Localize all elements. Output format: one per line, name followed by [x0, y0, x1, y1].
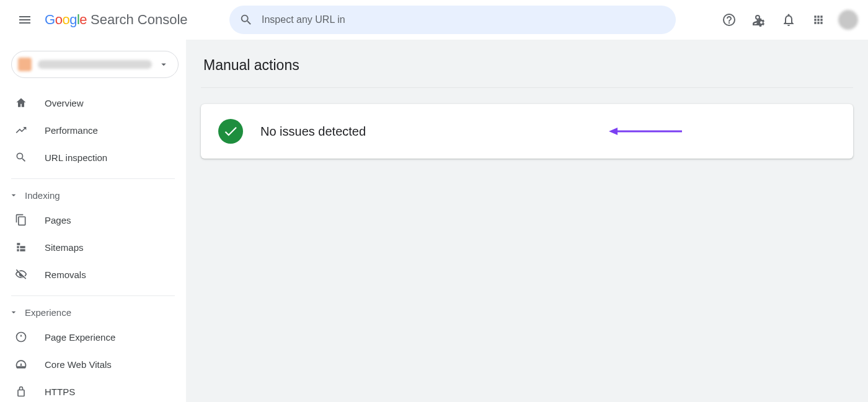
sidebar: Overview Performance URL inspection Inde…	[0, 40, 186, 402]
main-content: Manual actions No issues detected	[186, 40, 868, 402]
user-gear-icon	[751, 12, 766, 27]
sidebar-item-label: Sitemaps	[45, 242, 84, 253]
sidebar-item-https[interactable]: HTTPS	[0, 378, 186, 402]
sidebar-item-pages[interactable]: Pages	[0, 206, 186, 234]
sidebar-item-label: Overview	[45, 98, 84, 108]
notifications-button[interactable]	[776, 7, 801, 32]
app-header: Google Search Console	[0, 0, 868, 40]
sidebar-item-url-inspection[interactable]: URL inspection	[0, 144, 186, 171]
sidebar-group-label: Indexing	[25, 190, 60, 201]
divider	[11, 178, 175, 179]
search-icon	[15, 151, 29, 164]
divider	[11, 295, 175, 296]
svg-marker-1	[609, 128, 618, 135]
sidebar-item-label: URL inspection	[45, 152, 107, 163]
sidebar-item-core-web-vitals[interactable]: Core Web Vitals	[0, 351, 186, 378]
account-avatar[interactable]	[838, 10, 858, 30]
app-logo[interactable]: Google Search Console	[45, 12, 224, 28]
search-icon	[239, 13, 253, 27]
home-icon	[15, 97, 29, 109]
speedometer-icon	[15, 358, 29, 370]
help-icon	[722, 12, 737, 27]
sitemap-icon	[15, 241, 29, 253]
sidebar-item-label: Performance	[45, 125, 98, 136]
property-favicon	[18, 58, 32, 71]
pages-icon	[15, 214, 29, 226]
success-check-icon	[218, 119, 243, 144]
sidebar-item-removals[interactable]: Removals	[0, 261, 186, 288]
sidebar-item-sitemaps[interactable]: Sitemaps	[0, 234, 186, 261]
page-title: Manual actions	[201, 40, 853, 88]
apps-grid-icon	[812, 14, 825, 26]
sidebar-group-label: Experience	[25, 307, 71, 318]
trend-icon	[15, 124, 29, 136]
sidebar-item-label: Pages	[45, 215, 71, 225]
sidebar-group-experience[interactable]: Experience	[0, 301, 186, 323]
chevron-down-icon	[9, 307, 20, 317]
chevron-down-icon	[9, 190, 20, 200]
menu-button[interactable]	[10, 5, 40, 35]
sidebar-item-label: Core Web Vitals	[45, 359, 112, 370]
page-experience-icon	[15, 331, 29, 343]
visibility-off-icon	[15, 268, 29, 281]
product-name: Search Console	[91, 12, 188, 28]
sidebar-item-label: Page Experience	[45, 332, 115, 343]
sidebar-item-performance[interactable]: Performance	[0, 116, 186, 144]
chevron-down-icon	[158, 59, 169, 70]
status-card: No issues detected	[201, 104, 853, 159]
help-button[interactable]	[717, 7, 742, 32]
google-wordmark: Google	[45, 12, 87, 28]
url-inspect-search[interactable]	[229, 6, 676, 34]
sidebar-item-label: HTTPS	[45, 387, 75, 397]
status-message: No issues detected	[260, 125, 366, 139]
sidebar-item-page-experience[interactable]: Page Experience	[0, 323, 186, 351]
annotation-arrow	[609, 126, 683, 136]
apps-button[interactable]	[806, 7, 831, 32]
sidebar-group-indexing[interactable]: Indexing	[0, 184, 186, 206]
bell-icon	[781, 12, 796, 27]
header-actions	[702, 7, 858, 32]
url-inspect-input[interactable]	[262, 14, 666, 25]
hamburger-icon	[17, 12, 32, 27]
sidebar-item-label: Removals	[45, 269, 86, 280]
lock-icon	[15, 385, 29, 398]
user-settings-button[interactable]	[746, 7, 771, 32]
property-selector[interactable]	[11, 51, 179, 78]
property-name-redacted	[38, 60, 152, 69]
sidebar-item-overview[interactable]: Overview	[0, 89, 186, 116]
